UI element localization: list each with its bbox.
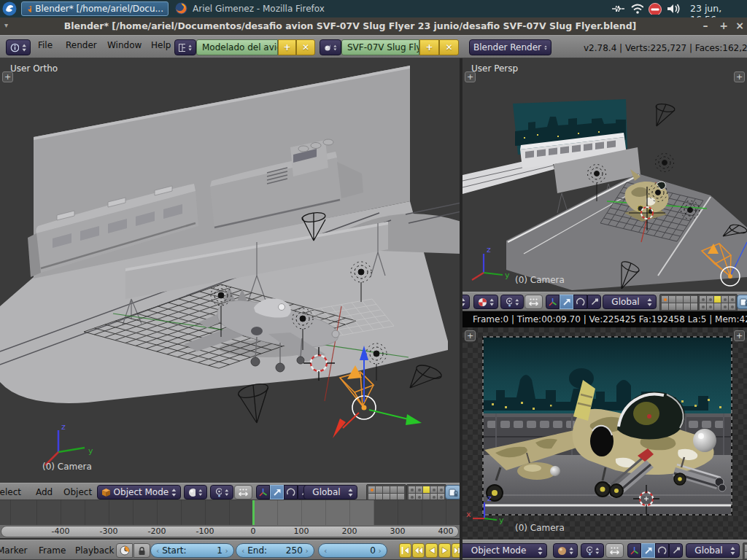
start-frame-field[interactable]: ‹ Start: 1 › [150,543,234,558]
scene-delete-button[interactable]: ✕ [439,39,459,55]
editor-type-button[interactable] [6,39,31,55]
region-expand-button[interactable]: + [465,71,476,82]
mode-dropdown-clipped[interactable] [462,295,470,309]
viewport-shading-dropdown[interactable] [473,295,498,309]
viewport-left-scene[interactable]: z y [0,58,460,483]
layers-group-2[interactable] [406,484,446,500]
region-expand-button[interactable]: + [734,330,745,341]
taskbar-item-blender[interactable]: Blender* [/home/ariel/Docu... [21,1,169,16]
layers-group-2[interactable] [697,294,738,311]
viewport-3d-right[interactable]: z y User Persp + + (0) Camera [462,58,747,292]
manipulator-axis-button[interactable] [627,543,641,558]
prev-keyframe-button[interactable] [412,543,425,558]
scene-add-button[interactable]: + [419,39,439,55]
layers-group-1[interactable] [743,542,747,560]
transform-orientation-dropdown[interactable]: Global [686,543,740,558]
end-value: 250 [286,545,303,556]
manipulator-scale-button[interactable] [669,543,683,558]
manipulator-axis-button[interactable] [546,295,560,309]
scene-lock-button[interactable] [445,485,460,499]
transform-orientation-dropdown[interactable]: Global [603,295,657,309]
scene-browse-button[interactable] [320,39,341,55]
power-plug-icon[interactable] [611,3,624,15]
current-frame-field[interactable]: ‹ 0 › [318,543,387,558]
play-reverse-button[interactable] [425,543,438,558]
minimize-button[interactable]: – [699,20,712,31]
manipulator-rotate-button[interactable] [655,543,669,558]
increment-arrow-icon[interactable]: › [306,546,309,556]
region-expand-button[interactable]: + [734,71,745,82]
preview-range-clock-button[interactable] [116,543,133,558]
snap-toggle-button[interactable] [234,485,252,499]
menu-file[interactable]: File [38,40,53,50]
volume-icon[interactable] [667,3,680,15]
decrement-arrow-icon[interactable]: ‹ [241,546,244,556]
taskbar-item-firefox[interactable]: Ariel Gimenez - Mozilla Firefox [175,2,325,15]
notifications-dnd-icon[interactable] [648,3,662,15]
wifi-icon[interactable] [630,3,643,15]
decrement-arrow-icon[interactable]: ‹ [324,546,327,556]
menu-add[interactable]: Add [36,487,53,497]
scene-lock-button[interactable] [737,295,747,309]
viewport-camera-preview[interactable]: z y x + + (0) Camera [462,327,747,540]
increment-arrow-icon[interactable]: › [225,546,228,556]
timeline-playhead[interactable] [252,500,255,525]
manipulator-translate-button[interactable] [560,295,573,309]
menu-playback[interactable]: Playback [75,545,115,556]
lock-frame-button[interactable] [133,543,150,558]
timeline-scrollbar[interactable]: -400 -300 -200 -100 0 100 200 300 400 [0,525,460,538]
transform-orientation-dropdown[interactable]: Global [303,485,357,499]
menu-object[interactable]: Object [63,487,92,497]
menu-frame[interactable]: Frame [39,545,66,556]
timeline-tracks[interactable] [0,500,460,525]
menu-render[interactable]: Render [66,40,97,50]
layers-group-1[interactable] [659,294,700,311]
layout-browse-button[interactable] [174,39,196,55]
jump-to-start-button[interactable] [399,543,411,558]
viewport-shading-dropdown[interactable] [184,485,207,499]
pivot-point-dropdown[interactable] [210,485,233,499]
viewport-3d-left[interactable]: z y User Ortho + (0) Camera [0,58,460,483]
end-frame-field[interactable]: ‹ End: 250 › [236,543,314,558]
manipulator-axis-button[interactable] [256,485,270,499]
maximize-button[interactable]: + [717,20,730,31]
snap-toggle-button[interactable] [605,543,624,558]
viewport-shading-dropdown[interactable] [553,543,578,558]
viewport-right-scene[interactable]: z y [462,58,747,292]
region-expand-button[interactable]: + [465,330,476,341]
layout-delete-button[interactable]: ✕ [296,39,315,55]
snap-toggle-button[interactable] [525,295,543,309]
camera-preview-scene[interactable]: z y x [462,327,747,540]
object-mode-cube-icon [101,488,111,497]
play-button[interactable] [438,543,451,558]
increment-arrow-icon[interactable]: › [379,546,382,556]
version-stats: v2.78.4 | Verts:225,727 | Faces:162,299 … [584,43,747,53]
decrement-arrow-icon[interactable]: ‹ [156,546,159,556]
layers-group-1[interactable] [366,484,406,500]
region-expand-button[interactable]: + [2,71,13,82]
render-engine-dropdown[interactable]: Blender Render [469,39,551,55]
mode-dropdown[interactable]: Object Mode [462,543,547,558]
next-keyframe-button[interactable] [452,543,460,558]
screen-layout-icon [179,44,185,52]
manipulator-scale-button[interactable] [587,295,601,309]
updown-arrows-icon [595,547,600,555]
layout-add-button[interactable]: + [278,39,296,55]
menu-window[interactable]: Window [107,40,142,50]
manipulator-translate-button[interactable] [270,485,284,499]
window-titlebar[interactable]: ▾ Blender* [/home/ariel/Documentos/desaf… [0,18,747,35]
scene-name-field[interactable]: SVF-07V Slug Flyer [341,39,419,55]
app-menu-icon[interactable] [2,1,17,16]
menu-help[interactable]: Help [151,40,171,50]
manipulator-rotate-button[interactable] [573,295,587,309]
menu-select[interactable]: Select [0,487,21,497]
jump-start-icon [401,547,409,554]
pivot-point-dropdown[interactable] [500,295,524,309]
mode-dropdown[interactable]: Object Mode [97,485,181,499]
manipulator-translate-button[interactable] [641,543,655,558]
manipulator-rotate-button[interactable] [284,485,298,499]
close-button[interactable]: × [733,20,746,31]
layout-name-field[interactable]: Modelado del avión [196,39,278,55]
menu-marker[interactable]: Marker [0,545,27,556]
pivot-point-dropdown[interactable] [581,543,604,558]
